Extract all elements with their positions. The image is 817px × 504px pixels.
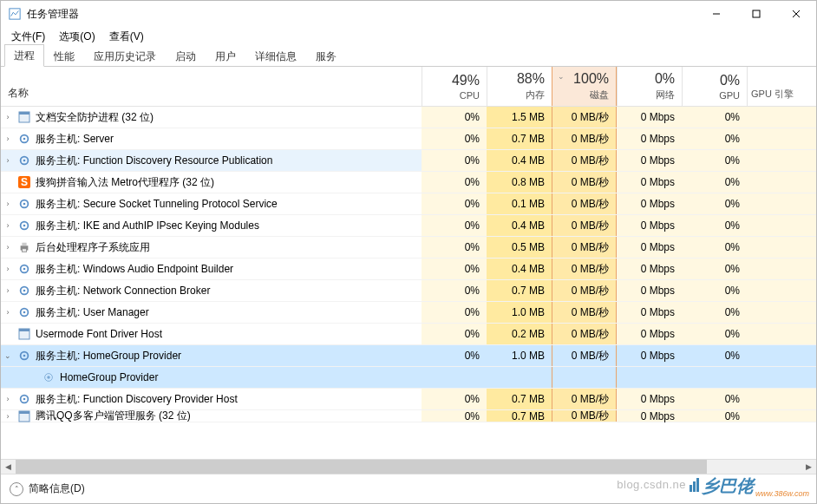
cell-mem: 0.7 MB (487, 280, 552, 301)
cell-mem: 0.7 MB (487, 389, 552, 409)
expand-icon[interactable]: › (1, 265, 15, 273)
cell-gpu: 0% (682, 150, 747, 171)
process-row[interactable]: ›服务主机: User Manager0%1.0 MB0 MB/秒0 Mbps0… (1, 302, 816, 324)
process-name-cell: 文档安全防护进程 (32 位) (15, 110, 422, 125)
process-row[interactable]: ›服务主机: Function Discovery Provider Host0… (1, 389, 816, 410)
cell-gpu: 0% (682, 280, 747, 301)
process-row[interactable]: ›文档安全防护进程 (32 位)0%1.5 MB0 MB/秒0 Mbps0% (1, 107, 816, 128)
svg-rect-27 (19, 329, 29, 331)
gear-icon (16, 392, 32, 406)
maximize-button[interactable] (736, 1, 776, 27)
cell-net: 0 Mbps (617, 172, 682, 193)
process-row[interactable]: Usermode Font Driver Host0%0.2 MB0 MB/秒0… (1, 324, 816, 345)
scroll-track[interactable] (16, 460, 801, 475)
cell-gpu: 0% (682, 389, 747, 409)
col-memory[interactable]: 88%内存 (487, 67, 552, 106)
expand-icon[interactable]: › (1, 412, 15, 421)
cell-cpu: 0% (422, 193, 487, 214)
menu-view[interactable]: 查看(V) (104, 28, 149, 46)
process-name-cell: 服务主机: Network Connection Broker (15, 284, 422, 298)
cell-gpu-engine (747, 259, 816, 279)
expand-icon[interactable]: › (1, 243, 15, 252)
cell-disk: 0 MB/秒 (552, 107, 617, 128)
cell-disk (552, 367, 617, 388)
process-name: 腾讯QQ多客户端管理服务 (32 位) (36, 409, 191, 423)
svg-point-21 (23, 268, 26, 271)
expand-icon[interactable]: › (1, 113, 15, 121)
process-row[interactable]: ›服务主机: Windows Audio Endpoint Builder0%0… (1, 259, 816, 280)
menu-options[interactable]: 选项(O) (54, 28, 100, 46)
expand-icon[interactable]: › (1, 134, 15, 143)
cell-net: 0 Mbps (617, 237, 682, 258)
process-row[interactable]: S搜狗拼音输入法 Metro代理程序 (32 位)0%0.8 MB0 MB/秒0… (1, 172, 816, 193)
horizontal-scrollbar[interactable]: ◀ ▶ (1, 459, 816, 474)
scroll-left-icon[interactable]: ◀ (1, 460, 16, 475)
process-name-cell: 服务主机: IKE and AuthIP IPsec Keying Module… (15, 219, 422, 233)
close-button[interactable] (776, 1, 816, 27)
process-row[interactable]: ›服务主机: Server0%0.7 MB0 MB/秒0 Mbps0% (1, 128, 816, 150)
expand-icon[interactable]: › (1, 221, 15, 230)
process-name-cell: 服务主机: Server (15, 132, 422, 147)
process-name: Usermode Font Driver Host (36, 328, 162, 340)
mem-lbl: 内存 (526, 88, 545, 101)
col-cpu[interactable]: 49%CPU (422, 67, 487, 106)
cell-net: 0 Mbps (617, 410, 682, 422)
process-row[interactable]: ›服务主机: IKE and AuthIP IPsec Keying Modul… (1, 215, 816, 237)
process-row[interactable]: ›服务主机: Function Discovery Resource Publi… (1, 150, 816, 172)
tab-4[interactable]: 用户 (206, 45, 245, 67)
tab-0[interactable]: 进程 (4, 44, 44, 67)
cell-mem: 1.0 MB (487, 345, 552, 366)
cell-net: 0 Mbps (617, 150, 682, 171)
cell-gpu-engine (747, 345, 816, 366)
task-manager-icon (8, 7, 22, 21)
expand-icon[interactable]: › (1, 156, 15, 165)
col-gpu-engine[interactable]: GPU 引擎 (747, 67, 816, 106)
process-row[interactable]: HomeGroup Provider (1, 367, 816, 389)
tab-3[interactable]: 启动 (166, 45, 206, 67)
cell-disk: 0 MB/秒 (552, 324, 617, 344)
col-name[interactable]: 名称 (1, 67, 422, 106)
gear-icon (16, 262, 32, 276)
process-name: 服务主机: IKE and AuthIP IPsec Keying Module… (36, 219, 259, 233)
fewer-details-button[interactable]: ˄ 简略信息(D) (10, 481, 85, 496)
col-disk[interactable]: ⌄100%磁盘 (552, 67, 617, 106)
cell-disk: 0 MB/秒 (552, 410, 617, 422)
cell-cpu: 0% (422, 172, 487, 193)
expand-icon[interactable]: › (1, 286, 15, 295)
process-row[interactable]: ⌄服务主机: HomeGroup Provider0%1.0 MB0 MB/秒0… (1, 345, 816, 367)
process-row[interactable]: ›腾讯QQ多客户端管理服务 (32 位)0%0.7 MB0 MB/秒0 Mbps… (1, 410, 816, 422)
svg-text:S: S (21, 176, 28, 188)
expand-icon[interactable]: › (1, 200, 15, 208)
process-name: 服务主机: Server (36, 132, 114, 147)
net-lbl: 网络 (656, 88, 675, 101)
minimize-button[interactable] (696, 1, 736, 27)
cell-cpu: 0% (422, 302, 487, 323)
scroll-right-icon[interactable]: ▶ (801, 460, 816, 475)
tab-1[interactable]: 性能 (44, 45, 84, 67)
col-network[interactable]: 0%网络 (617, 67, 682, 106)
cell-mem: 1.5 MB (487, 107, 552, 128)
cell-disk: 0 MB/秒 (552, 215, 617, 236)
cell-net (617, 367, 682, 388)
process-row[interactable]: ›后台处理程序子系统应用0%0.5 MB0 MB/秒0 Mbps0% (1, 237, 816, 259)
col-gpu[interactable]: 0%GPU (682, 67, 747, 106)
svg-point-23 (23, 290, 26, 292)
cell-mem (487, 367, 552, 388)
process-grid: 名称 49%CPU 88%内存 ⌄100%磁盘 0%网络 0%GPU GPU 引… (1, 67, 816, 474)
scroll-thumb[interactable] (16, 460, 707, 475)
cell-mem: 0.7 MB (487, 128, 552, 149)
app-icon (16, 110, 32, 124)
cell-disk: 0 MB/秒 (552, 128, 617, 149)
process-name: 服务主机: User Manager (36, 305, 149, 320)
collapse-icon[interactable]: ⌄ (1, 351, 15, 360)
gear-icon (16, 197, 32, 211)
process-row[interactable]: ›服务主机: Network Connection Broker0%0.7 MB… (1, 280, 816, 302)
process-row[interactable]: ›服务主机: Secure Socket Tunneling Protocol … (1, 193, 816, 215)
tab-6[interactable]: 服务 (306, 45, 346, 67)
expand-icon[interactable]: › (1, 308, 15, 317)
menu-file[interactable]: 文件(F) (6, 28, 50, 46)
cell-gpu-engine (747, 410, 816, 422)
tab-2[interactable]: 应用历史记录 (84, 45, 166, 67)
expand-icon[interactable]: › (1, 395, 15, 403)
tab-5[interactable]: 详细信息 (245, 45, 306, 67)
